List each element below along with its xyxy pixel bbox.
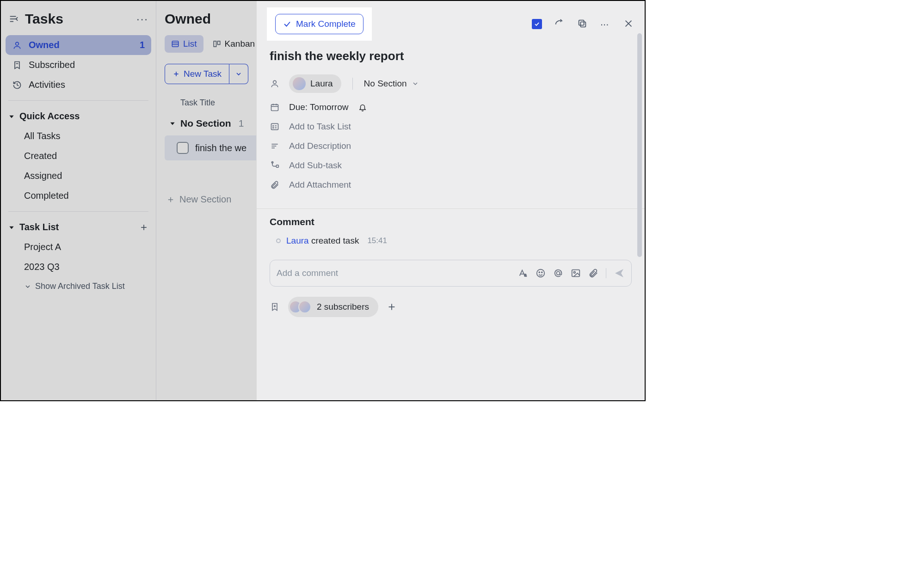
task-list-item[interactable]: 2023 Q3 [6,257,151,277]
chevron-down-icon [235,70,242,78]
subscribers-chip[interactable]: 2 subscribers [288,297,378,317]
activity-action: created task [309,236,359,245]
svg-marker-16 [170,122,174,125]
calendar-icon [270,102,280,112]
copy-icon[interactable] [577,18,588,30]
add-to-tasklist[interactable]: Add to Task List [289,122,351,132]
close-icon[interactable] [623,18,634,30]
svg-rect-12 [214,41,216,47]
svg-point-30 [273,128,274,128]
task-list-header[interactable]: Task List [6,217,151,237]
sidebar-more-button[interactable]: ··· [136,12,148,25]
activity-user[interactable]: Laura [286,236,309,245]
mark-complete-label: Mark Complete [296,19,356,29]
sidebar-title: Tasks [25,11,63,27]
sidebar-item-label: Subscribed [29,60,75,70]
plus-icon [172,70,180,78]
tasklist-icon [270,122,280,132]
svg-rect-28 [271,123,278,129]
quick-access-created[interactable]: Created [6,146,151,166]
quick-access-assigned[interactable]: Assigned [6,166,151,186]
tab-label: List [183,39,197,49]
chevron-down-icon [412,80,419,87]
task-list-label: Task List [19,222,59,232]
section-select-label: No Section [364,79,407,89]
quick-access-all-tasks[interactable]: All Tasks [6,126,151,146]
add-attachment[interactable]: Add Attachment [289,180,351,190]
activity-entry: Laura created task 15:41 [270,236,632,246]
comment-heading: Comment [270,216,632,227]
tab-label: Kanban [225,39,255,49]
add-subscriber-button[interactable] [387,302,397,312]
task-checkbox[interactable] [177,142,189,154]
bookmark-icon [12,60,22,70]
add-description[interactable]: Add Description [289,141,351,151]
quick-access-completed[interactable]: Completed [6,186,151,206]
avatar [298,300,311,313]
sidebar-item-subscribed[interactable]: Subscribed [6,55,151,75]
section-select[interactable]: No Section [364,79,419,89]
section-name: No Section [180,118,231,129]
comment-input[interactable]: Add a comment a [270,260,632,287]
subscribers-text: 2 subscribers [317,302,369,312]
list-icon [171,40,179,48]
svg-point-43 [556,271,560,275]
svg-point-3 [16,42,19,45]
assignee-chip[interactable]: Laura [289,74,341,93]
svg-rect-19 [580,22,585,27]
image-icon[interactable] [571,268,581,278]
sidebar-item-label: Owned [29,40,60,50]
check-icon [283,20,291,28]
bell-icon[interactable] [357,102,368,112]
history-icon [12,80,22,90]
add-subtask[interactable]: Add Sub-task [289,160,342,171]
new-task-button[interactable]: New Task [165,64,229,84]
sidebar-item-activities[interactable]: Activities [6,75,151,95]
svg-point-40 [537,269,545,277]
tab-list[interactable]: List [165,35,203,53]
mention-icon[interactable] [553,268,563,278]
sidebar-item-owned[interactable]: Owned 1 [6,35,151,55]
activity-time: 15:41 [367,236,387,245]
bullet-icon [276,239,281,243]
share-icon[interactable] [554,18,565,30]
svg-rect-37 [276,165,278,167]
bookmark-add-icon[interactable] [270,302,280,312]
svg-point-42 [542,272,542,273]
attach-icon[interactable] [588,268,598,278]
add-task-list-button[interactable] [139,223,148,232]
new-task-dropdown[interactable] [229,64,248,84]
section-count: 1 [239,118,244,129]
quick-access-label: Quick Access [19,111,80,122]
new-section-label: New Section [179,194,231,205]
attachment-icon [270,180,280,190]
svg-rect-9 [172,41,179,47]
svg-point-45 [573,271,575,273]
svg-rect-24 [271,104,278,110]
collapse-sidebar-icon[interactable] [8,14,18,24]
scrollbar[interactable] [637,33,642,257]
task-title[interactable]: finish the weekly report [257,45,645,70]
show-archived-link[interactable]: Show Archived Task List [6,277,151,296]
svg-point-29 [273,126,274,127]
mark-complete-button[interactable]: Mark Complete [275,14,363,34]
task-row-title: finish the we [195,143,246,153]
quick-access-header[interactable]: Quick Access [6,106,151,126]
due-date[interactable]: Due: Tomorrow [289,102,348,112]
tab-kanban[interactable]: Kanban [206,35,262,53]
sidebar-item-label: Activities [29,80,65,90]
svg-rect-44 [572,270,580,277]
description-icon [270,141,280,151]
text-format-icon[interactable]: a [518,268,528,278]
emoji-icon[interactable] [536,268,546,278]
plus-icon [166,196,175,204]
person-icon [12,40,22,50]
svg-marker-5 [9,115,13,118]
caret-down-icon [169,120,176,127]
send-icon[interactable] [614,268,625,279]
more-icon[interactable]: ··· [600,18,611,30]
sidebar-item-count: 1 [140,40,145,50]
task-list-item[interactable]: Project A [6,237,151,257]
comment-placeholder: Add a comment [277,268,338,278]
bookmark-flag-icon[interactable] [532,19,542,29]
